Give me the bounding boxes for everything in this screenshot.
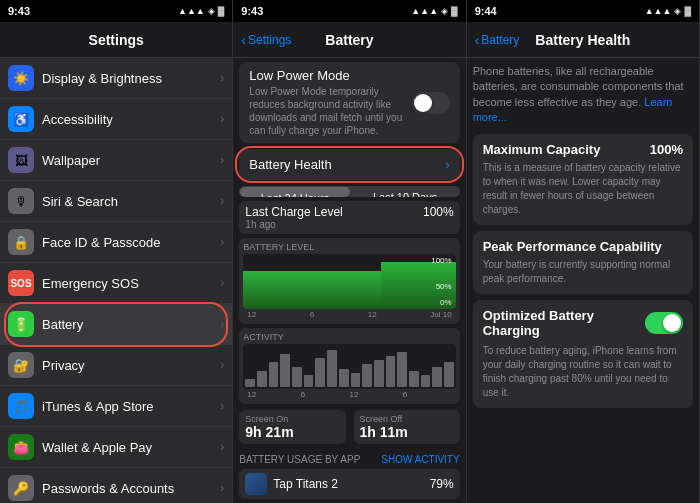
chevron-accessibility: › [220, 112, 224, 126]
pct-label-50: 50% [436, 282, 452, 291]
wifi-icon-3: ◈ [674, 6, 681, 16]
status-bar-1: 9:43 ▲▲▲ ◈ ▓ [0, 0, 232, 22]
settings-item-siri[interactable]: 🎙 Siri & Search › [0, 181, 232, 222]
battery-icon-2: ▓ [451, 6, 458, 16]
bar-12 [374, 360, 384, 387]
bar-11 [362, 364, 372, 387]
max-capacity-pct: 100% [650, 142, 683, 157]
settings-item-privacy[interactable]: 🔐 Privacy › [0, 345, 232, 386]
battery-level-title: BATTERY LEVEL [243, 242, 455, 252]
status-icons-1: ▲▲▲ ◈ ▓ [178, 6, 224, 16]
activity-chart [243, 344, 455, 389]
charge-level-info: Last Charge Level 1h ago [245, 205, 342, 230]
low-power-toggle[interactable] [412, 92, 450, 114]
back-chevron-2: ‹ [241, 32, 246, 48]
battery-health-row[interactable]: Battery Health › [239, 149, 459, 180]
battery-health-wrapper: Battery Health › [239, 149, 459, 180]
pct-label-100: 100% [431, 256, 451, 265]
back-label-3: Battery [481, 33, 519, 47]
bar-4 [280, 354, 290, 387]
screen-on-stat: Screen On 9h 21m [239, 410, 345, 444]
settings-item-wallet[interactable]: 👛 Wallet & Apple Pay › [0, 427, 232, 468]
battery-settings-label: Battery [42, 317, 220, 332]
settings-item-passwords[interactable]: 🔑 Passwords & Accounts › [0, 468, 232, 503]
bar-10 [351, 373, 361, 387]
screen-on-label: Screen On [245, 414, 339, 424]
back-button-2[interactable]: ‹ Settings [241, 32, 291, 48]
status-time-3: 9:44 [475, 5, 497, 17]
optimized-toggle[interactable] [645, 312, 683, 334]
settings-item-display[interactable]: ☀️ Display & Brightness › [0, 58, 232, 99]
bar-3 [269, 362, 279, 387]
battery-health-panel: 9:44 ▲▲▲ ◈ ▓ ‹ Battery Battery Health Ph… [467, 0, 700, 503]
show-activity-link[interactable]: SHOW ACTIVITY [381, 454, 459, 465]
usage-item-taptitans: Tap Titans 2 79% [239, 469, 459, 499]
status-icons-2: ▲▲▲ ◈ ▓ [411, 6, 457, 16]
charge-pct: 100% [423, 205, 454, 230]
peak-desc: Your battery is currently supporting nor… [483, 258, 683, 286]
bar-15 [409, 371, 419, 387]
settings-list: ☀️ Display & Brightness › ♿ Accessibilit… [0, 58, 232, 503]
chevron-battery: › [220, 317, 224, 331]
battery-health-chevron: › [445, 157, 449, 172]
nav-bar-3: ‹ Battery Battery Health [467, 22, 699, 58]
charge-level-sub: 1h ago [245, 219, 342, 230]
battery-icon: ▓ [218, 6, 225, 16]
display-icon: ☀️ [8, 65, 34, 91]
act-time-1: 12 [247, 390, 256, 399]
bar-14 [397, 352, 407, 387]
status-bar-2: 9:43 ▲▲▲ ◈ ▓ [233, 0, 465, 22]
settings-item-appstore[interactable]: 🎵 iTunes & App Store › [0, 386, 232, 427]
bar-16 [421, 375, 431, 387]
optimized-label: Optimized Battery Charging [483, 308, 645, 338]
activity-title: ACTIVITY [243, 332, 455, 342]
passwords-label: Passwords & Accounts [42, 481, 220, 496]
act-time-2: 6 [301, 390, 305, 399]
peak-title: Peak Performance Capability [483, 239, 683, 254]
chevron-sos: › [220, 276, 224, 290]
time-label-3: 12 [368, 310, 377, 319]
back-label-2: Settings [248, 33, 291, 47]
sos-icon: SOS [8, 270, 34, 296]
bar-7 [315, 358, 325, 387]
time-label-2: 6 [310, 310, 314, 319]
nav-bar-1: Settings [0, 22, 232, 58]
chevron-faceid: › [220, 235, 224, 249]
signal-icon-2: ▲▲▲ [411, 6, 438, 16]
battery-level-chart: 100% 50% 0% [243, 254, 455, 309]
tab-10d[interactable]: Last 10 Days [351, 186, 460, 197]
settings-item-sos[interactable]: SOS Emergency SOS › [0, 263, 232, 304]
pct-label-0: 0% [440, 298, 452, 307]
bar-18 [444, 362, 454, 387]
settings-item-battery[interactable]: 🔋 Battery › [0, 304, 232, 345]
back-button-3[interactable]: ‹ Battery [475, 32, 520, 48]
chevron-siri: › [220, 194, 224, 208]
battery-panel: 9:43 ▲▲▲ ◈ ▓ ‹ Settings Battery Low Powe… [233, 0, 466, 503]
optimized-desc: To reduce battery aging, iPhone learns f… [483, 344, 683, 400]
settings-item-wallpaper[interactable]: 🖼 Wallpaper › [0, 140, 232, 181]
screen-stats: Screen On 9h 21m Screen Off 1h 11m [233, 406, 465, 448]
time-label-4: Jul 10 [430, 310, 451, 319]
chevron-wallpaper: › [220, 153, 224, 167]
appstore-icon: 🎵 [8, 393, 34, 419]
time-labels-battery: 12 6 12 Jul 10 [243, 309, 455, 320]
optimized-row: Optimized Battery Charging [483, 308, 683, 338]
app-icon-taptitans [245, 473, 267, 495]
max-capacity-section: Maximum Capacity 100% This is a measure … [473, 134, 693, 225]
bar-5 [292, 367, 302, 388]
wallpaper-label: Wallpaper [42, 153, 220, 168]
status-time-1: 9:43 [8, 5, 30, 17]
passwords-icon: 🔑 [8, 475, 34, 501]
settings-item-faceid[interactable]: 🔒 Face ID & Passcode › [0, 222, 232, 263]
faceid-icon: 🔒 [8, 229, 34, 255]
health-description: Phone batteries, like all rechargeable b… [473, 64, 693, 126]
status-icons-3: ▲▲▲ ◈ ▓ [645, 6, 691, 16]
back-chevron-3: ‹ [475, 32, 480, 48]
battery-health-label: Battery Health [249, 157, 331, 172]
max-capacity-title-row: Maximum Capacity 100% [483, 142, 683, 157]
peak-performance-section: Peak Performance Capability Your battery… [473, 231, 693, 294]
tab-24h[interactable]: Last 24 Hours [240, 187, 349, 197]
optimized-charging-section: Optimized Battery Charging To reduce bat… [473, 300, 693, 408]
settings-item-accessibility[interactable]: ♿ Accessibility › [0, 99, 232, 140]
bar-2 [257, 371, 267, 387]
